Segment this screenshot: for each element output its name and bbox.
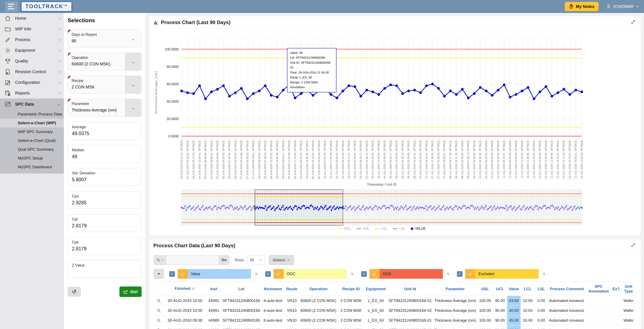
svg-text:13-JUL-2024 23:43:21, SFT8423.: 13-JUL-2024 23:43:21, SFT8423... [574,138,577,179]
svg-text:12-JUL-2024 13:08:05, SFT8423.: 12-JUL-2024 13:08:05, SFT8423... [526,138,530,179]
sidebar-item-wip-info[interactable]: WIP Info› [0,24,64,34]
column-header-value[interactable]: Value [507,282,520,296]
hamburger-menu-icon[interactable] [5,2,18,12]
sidebar-item-spc-data[interactable]: SPC Data⌄ [0,98,64,110]
chevron-down-icon[interactable]: ⌄ [125,53,142,70]
sidebar-item-myspc-setup[interactable]: MySPC Setup [0,154,64,162]
cell-parameter: Thickness Average (nm) [433,306,477,316]
filters-toggle-button[interactable]: ▼ [154,269,164,279]
sidebar-item-quality[interactable]: Quality› [0,56,64,66]
remove-filter-icon[interactable]: ✕ [350,271,355,276]
column-header-process-comment[interactable]: Process Comment [548,282,586,296]
cell-inst[interactable]: 44991 [206,296,221,306]
dropdown-recipe[interactable]: Recipe2 CON MSK⌄ [68,76,142,94]
expand-chart-icon[interactable] [630,19,637,26]
chevron-down-icon[interactable]: ⌄ [125,30,142,47]
column-header-lcl[interactable]: LCL [520,282,535,296]
dropdown-days-to-report[interactable]: Days to Report90⌄ [68,30,142,48]
cell-equipment[interactable]: L_EX_50 [364,326,387,329]
column-header-unit-id[interactable]: Unit Id [387,282,433,296]
svg-text:06-JUL-2024 14:32:31, SFT8423.: 06-JUL-2024 14:32:31, SFT8423... [413,138,416,179]
sidebar-item-wip-spc-summary[interactable]: WIP SPC Summary [0,128,64,136]
column-header-operation[interactable]: Operation [299,282,338,296]
remove-filter-icon[interactable]: ✕ [446,271,451,276]
column-header-lot[interactable]: Lot [221,282,261,296]
search-options-button[interactable] [154,256,166,265]
column-header-nickname[interactable]: Nickname [261,282,284,296]
sidebar-item-myspc-dashboard[interactable]: MySPC Dashboard [0,162,64,172]
chevron-down-icon[interactable]: ⌄ [125,99,142,116]
magnifier-icon[interactable] [156,328,161,329]
legend-item-lcl[interactable]: LCL [375,227,387,230]
remove-filter-icon[interactable]: ✕ [541,271,546,276]
chevron-down-icon[interactable]: ⌄ [125,76,142,94]
filter-checkbox-excluded[interactable]: ✓ [457,271,462,277]
cell-equipment[interactable]: L_EX_50 [364,316,387,326]
filter-chip-label: OOS [380,269,443,279]
column-header-spc-annotation[interactable]: SPC Annotation [586,282,611,296]
sidebar-item-parametric-process-data[interactable]: Parametric Process Data [0,110,64,118]
cell-finished: 30-AUG-2024 09:38 [164,326,206,329]
process-chart[interactable]: 0.000020.000040.000060.000080.0000100.00… [151,39,585,188]
go-button[interactable]: Go! [120,286,142,297]
magnifier-icon[interactable] [156,318,161,323]
rows-select[interactable]: 25 [247,255,264,265]
search-input[interactable] [166,256,219,265]
sidebar-item-qual-spc-summary[interactable]: Qual SPC Summary [0,145,64,154]
search-go-button[interactable]: Go [219,256,229,265]
dropdown-operation[interactable]: Operation60600 (2 CON MSK)⌄ [68,52,142,70]
cell-lot[interactable]: SFT84231240800166 [221,296,261,306]
magnifier-icon[interactable] [156,298,161,303]
filter-chip-ooc[interactable]: ☆OOC [274,269,347,279]
column-header-ex-[interactable]: Ex? [611,282,621,296]
cell-lot[interactable]: SFT84231240800165 [221,316,261,326]
legend-item-usl[interactable]: USL [356,227,369,230]
sidebar-item-select-a-chart-wip-[interactable]: Select-a-Chart (WIP) [0,118,64,128]
remove-filter-icon[interactable]: ✕ [254,271,259,276]
sidebar-item-configuration[interactable]: Configuration› [0,77,64,88]
user-menu[interactable]: ICHIZMAR [606,4,639,9]
svg-text:13-JUL-2024 12:48:59, SFT8423.: 13-JUL-2024 12:48:59, SFT8423... [550,138,553,179]
cell-equipment[interactable]: L_EX_50 [364,306,387,316]
dropdown-parameter[interactable]: ParameterThickness Average (nm)⌄ [68,99,142,117]
actions-button[interactable]: Actions [269,255,294,265]
cell-unit_type: Wafer [621,326,636,329]
sidebar-item-reports[interactable]: Reports› [0,88,64,98]
sidebar-item-select-a-chart-qual-[interactable]: Select-a-Chart (Qual) [0,136,64,145]
sidebar-item-process[interactable]: Process› [0,34,64,45]
column-header-lsl[interactable]: LSL [535,282,548,296]
column-header-finished[interactable]: Finished [164,282,206,296]
filter-checkbox-value[interactable]: ✓ [169,271,175,277]
column-header-equipment[interactable]: Equipment [364,282,387,296]
cell-lot[interactable]: SFT84231240800165 [221,326,261,329]
sidebar-item-revision-control[interactable]: Revision Control› [0,66,64,77]
cell-equipment[interactable]: L_EX_50 [364,296,387,306]
legend-item-ucl[interactable]: UCL [338,227,351,230]
cell-inst[interactable]: 44991 [206,306,221,316]
filter-chip-oos[interactable]: ☆OOS [370,269,443,279]
cell-inst[interactable]: 44989 [206,326,221,329]
magnifier-icon[interactable] [156,308,161,313]
reset-button[interactable]: ↺ [68,287,81,296]
sidebar-item-home[interactable]: Home› [0,13,64,24]
column-header-route[interactable]: Route [284,282,299,296]
column-header-usl[interactable]: USL [477,282,493,296]
expand-table-icon[interactable] [630,242,637,249]
filter-checkbox-oos[interactable]: ✓ [361,271,367,277]
column-header-unit-type[interactable]: Unit Type [621,282,636,296]
column-header-recipe-id[interactable]: Recipe ID [338,282,364,296]
filter-chip-value[interactable]: ☆Value [178,269,251,279]
cell-inst[interactable]: 44989 [206,316,221,326]
column-header-parameter[interactable]: Parameter [433,282,477,296]
column-header-ucl[interactable]: UCL [493,282,507,296]
svg-text:25-JUN-2024 08:58:41, SFT8423.: 25-JUN-2024 08:58:41, SFT8423... [210,138,213,179]
my-notes-button[interactable]: My Notes [565,2,598,11]
filter-chip-excluded[interactable]: ☆Excluded [465,269,538,279]
sidebar-item-equipment[interactable]: Equipment› [0,45,64,56]
chart-navigator[interactable] [151,190,585,226]
legend-item-lsl[interactable]: LSL [393,227,405,230]
column-header-inst[interactable]: Inst [206,282,221,296]
filter-checkbox-ooc[interactable]: ✓ [265,271,271,277]
legend-item-value[interactable]: VALUE [411,227,426,230]
cell-lot[interactable]: SFT84231240800166 [221,306,261,316]
